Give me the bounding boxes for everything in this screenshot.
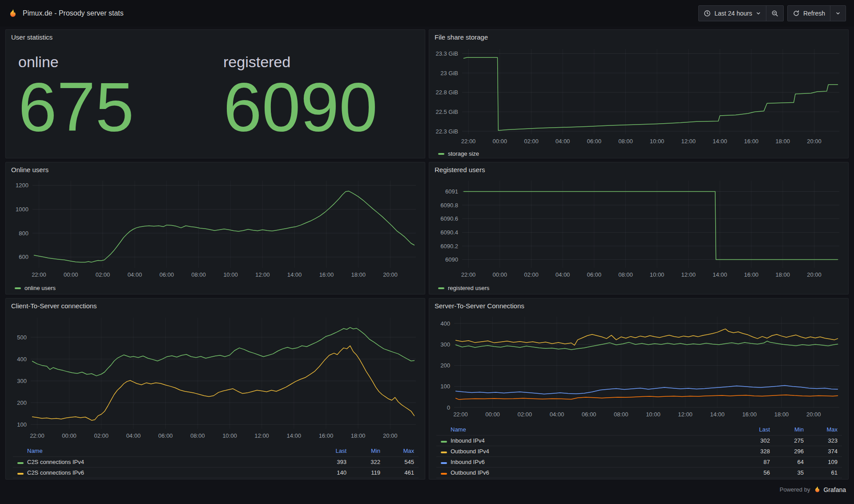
top-nav: Pimux.de - Prosody server stats Last 24 … <box>0 0 854 27</box>
chevron-down-icon <box>835 11 841 16</box>
svg-text:08:00: 08:00 <box>618 138 633 145</box>
legend-item[interactable]: registered users <box>438 285 489 291</box>
svg-text:02:00: 02:00 <box>518 411 532 418</box>
zoom-out-button[interactable] <box>766 6 783 21</box>
svg-text:04:00: 04:00 <box>550 411 564 418</box>
dashboard-title: Pimux.de - Prosody server stats <box>23 9 124 17</box>
series-online-users <box>34 191 415 262</box>
refresh-group: Refresh <box>787 5 846 21</box>
legend-column-max[interactable]: Max <box>385 446 419 456</box>
s2s-connections-chart: 22:0000:0002:0004:0006:0008:0010:0012:00… <box>434 311 844 478</box>
legend-table: NameLastMinMaxInbound IPv4302275323Outbo… <box>436 424 842 478</box>
legend-marker-icon <box>15 287 21 289</box>
online-users-chart: 22:0000:0002:0004:0006:0008:0010:0012:00… <box>10 175 420 291</box>
c2s-canvas[interactable]: 22:0000:0002:0004:0006:0008:0010:0012:00… <box>10 311 421 444</box>
legend-stat-value: 461 <box>385 467 419 478</box>
legend-stat-value: 296 <box>774 446 808 456</box>
svg-text:12:00: 12:00 <box>254 432 269 439</box>
legend-stat-value: 275 <box>774 435 808 446</box>
time-picker-button[interactable]: Last 24 hours <box>699 6 766 21</box>
legend-marker-icon <box>441 462 447 464</box>
legend-row[interactable]: Outbound IPv4328296374 <box>436 446 842 456</box>
svg-text:04:00: 04:00 <box>128 271 142 278</box>
powered-by-label: Powered by <box>780 486 810 493</box>
legend-table: NameLastMinMaxC2S connections IPv4393322… <box>13 446 419 478</box>
panel-title: Online users <box>10 165 420 175</box>
registered-canvas[interactable]: 22:0000:0002:0004:0006:0008:0010:0012:00… <box>434 175 845 282</box>
legend-stat-value: 61 <box>808 467 842 478</box>
legend-series-name[interactable]: Inbound IPv4 <box>436 435 741 446</box>
svg-text:6090.4: 6090.4 <box>440 229 458 236</box>
legend-row[interactable]: Inbound IPv68764109 <box>436 456 842 467</box>
svg-text:06:00: 06:00 <box>159 271 174 278</box>
refresh-icon <box>793 10 800 17</box>
legend-row[interactable]: C2S connections IPv6140119461 <box>13 467 419 478</box>
svg-text:14:00: 14:00 <box>287 432 302 439</box>
legend-stat-value: 545 <box>385 456 419 467</box>
legend-series-name[interactable]: Outbound IPv4 <box>436 446 741 456</box>
svg-text:18:00: 18:00 <box>776 271 790 278</box>
svg-text:16:00: 16:00 <box>744 138 759 145</box>
legend-column-last[interactable]: Last <box>741 424 774 435</box>
svg-text:22:00: 22:00 <box>461 138 476 145</box>
legend-series-name[interactable]: Outbound IPv6 <box>436 467 741 478</box>
legend-column-min[interactable]: Min <box>774 424 808 435</box>
svg-text:16:00: 16:00 <box>319 271 334 278</box>
series-storage-size <box>464 57 838 130</box>
svg-text:08:00: 08:00 <box>190 432 205 439</box>
svg-text:6090.6: 6090.6 <box>440 215 458 222</box>
legend-column-name[interactable]: Name <box>13 446 317 456</box>
legend-row[interactable]: C2S connections IPv4393322545 <box>13 456 419 467</box>
svg-text:22:00: 22:00 <box>32 271 46 278</box>
refresh-interval-button[interactable] <box>830 6 846 21</box>
svg-text:00:00: 00:00 <box>493 271 508 278</box>
legend-column-last[interactable]: Last <box>317 446 351 456</box>
nav-toolbar: Last 24 hours Refresh <box>698 5 846 21</box>
legend-series-name[interactable]: Inbound IPv6 <box>436 456 741 467</box>
legend-column-name[interactable]: Name <box>436 424 741 435</box>
legend-stat-value: 374 <box>808 446 842 456</box>
svg-text:06:00: 06:00 <box>587 138 602 145</box>
time-controls-group: Last 24 hours <box>698 5 784 21</box>
legend-column-min[interactable]: Min <box>351 446 385 456</box>
legend-column-max[interactable]: Max <box>808 424 842 435</box>
legend-series-name[interactable]: C2S connections IPv4 <box>13 456 317 467</box>
svg-text:02:00: 02:00 <box>524 271 539 278</box>
legend-marker-icon <box>441 452 447 453</box>
svg-text:02:00: 02:00 <box>524 138 539 145</box>
stat-registered: registered 6090 <box>215 43 420 143</box>
legend-item[interactable]: storage size <box>438 150 479 157</box>
legend-item[interactable]: online users <box>15 285 56 291</box>
storage-canvas[interactable]: 22:0000:0002:0004:0006:0008:0010:0012:00… <box>434 43 845 148</box>
legend-stat-value: 302 <box>741 435 774 446</box>
panel-title: Client-To-Server connections <box>10 301 420 311</box>
legend-series-name[interactable]: C2S connections IPv6 <box>13 467 317 478</box>
zoom-out-icon <box>771 10 778 17</box>
svg-text:08:00: 08:00 <box>614 411 628 418</box>
svg-text:600: 600 <box>19 254 28 260</box>
stat-row: online 675 registered 6090 <box>10 43 420 143</box>
online-canvas[interactable]: 22:0000:0002:0004:0006:0008:0010:0012:00… <box>10 175 421 282</box>
svg-text:12:00: 12:00 <box>255 271 270 278</box>
svg-text:300: 300 <box>440 341 450 348</box>
series-outbound-ipv4 <box>456 329 838 345</box>
legend-marker-icon <box>441 441 447 443</box>
grafana-brand-label[interactable]: Grafana <box>823 486 846 493</box>
svg-text:100: 100 <box>440 383 450 390</box>
legend-row[interactable]: Outbound IPv6563561 <box>436 467 842 478</box>
svg-text:18:00: 18:00 <box>351 271 366 278</box>
refresh-button[interactable]: Refresh <box>788 6 830 21</box>
svg-text:12:00: 12:00 <box>681 271 696 278</box>
legend-stat-value: 323 <box>808 435 842 446</box>
legend-marker-icon <box>438 287 444 289</box>
legend-row[interactable]: Inbound IPv4302275323 <box>436 435 842 446</box>
svg-text:16:00: 16:00 <box>319 432 334 439</box>
panel-user-statistics: User statistics online 675 registered 60… <box>5 29 425 158</box>
svg-text:22:00: 22:00 <box>30 432 44 439</box>
panel-title: Registered users <box>434 165 844 175</box>
svg-text:10:00: 10:00 <box>223 271 238 278</box>
s2s-canvas[interactable]: 22:0000:0002:0004:0006:0008:0010:0012:00… <box>434 311 845 423</box>
svg-text:04:00: 04:00 <box>556 138 570 145</box>
panel-title: User statistics <box>10 32 420 43</box>
svg-text:10:00: 10:00 <box>646 411 661 418</box>
